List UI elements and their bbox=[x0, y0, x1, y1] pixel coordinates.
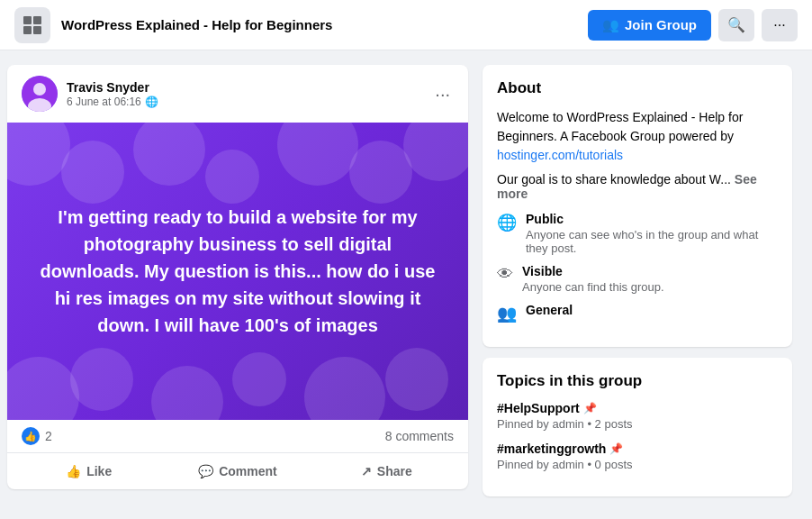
search-icon: 🔍 bbox=[727, 16, 745, 33]
post-author: Travis Snyder bbox=[67, 80, 422, 95]
topic-name[interactable]: #HelpSupport 📌 bbox=[497, 401, 778, 415]
share-icon: ↗ bbox=[361, 464, 372, 478]
like-action-icon: 👍 bbox=[66, 464, 81, 478]
ellipsis-icon: ··· bbox=[773, 17, 785, 33]
about-title: About bbox=[497, 79, 778, 97]
svg-point-5 bbox=[33, 83, 46, 96]
group-logo bbox=[14, 7, 50, 43]
public-desc: Anyone can see who's in the group and wh… bbox=[526, 228, 778, 255]
about-goal: Our goal is to share knowledge about W..… bbox=[497, 172, 778, 201]
like-icon: 👍 bbox=[22, 427, 40, 445]
general-title: General bbox=[526, 303, 573, 317]
pin-icon: 📌 bbox=[583, 402, 597, 414]
about-description: Welcome to WordPress Explained - Help fo… bbox=[497, 108, 778, 165]
svg-rect-1 bbox=[33, 16, 41, 24]
comment-button[interactable]: 💬 Comment bbox=[163, 457, 311, 486]
pin-icon: 📌 bbox=[609, 442, 623, 455]
reactions-row: 👍 2 8 comments bbox=[7, 420, 468, 453]
visible-desc: Anyone can find this group. bbox=[522, 280, 664, 294]
post-time: 6 June at 06:16 🌐 bbox=[67, 96, 422, 108]
comments-count[interactable]: 8 comments bbox=[385, 429, 454, 443]
svg-rect-2 bbox=[23, 26, 32, 34]
join-icon: 👥 bbox=[602, 17, 619, 33]
public-info: 🌐 Public Anyone can see who's in the gro… bbox=[497, 212, 778, 255]
page-layout: Travis Snyder 6 June at 06:16 🌐 ··· bbox=[0, 50, 812, 519]
group-icon: 👥 bbox=[497, 304, 517, 323]
post-more-button[interactable]: ··· bbox=[431, 80, 454, 108]
post-actions: 👍 Like 💬 Comment ↗ Share bbox=[7, 453, 468, 489]
topic-item: #HelpSupport 📌 Pinned by admin • 2 posts bbox=[497, 401, 778, 431]
post-image-text: I'm getting ready to build a website for… bbox=[7, 186, 468, 357]
like-button[interactable]: 👍 Like bbox=[14, 457, 163, 486]
header-actions: 👥 Join Group 🔍 ··· bbox=[588, 9, 798, 41]
page-title: WordPress Explained - Help for Beginners bbox=[61, 17, 577, 32]
post-header: Travis Snyder 6 June at 06:16 🌐 ··· bbox=[7, 65, 468, 123]
topic-item: #marketinggrowth 📌 Pinned by admin • 0 p… bbox=[497, 442, 778, 471]
post-image: I'm getting ready to build a website for… bbox=[7, 123, 468, 420]
public-title: Public bbox=[526, 212, 778, 226]
topic-meta: Pinned by admin • 0 posts bbox=[497, 458, 778, 471]
likes-count: 👍 2 bbox=[22, 427, 52, 445]
eye-icon: 👁 bbox=[497, 265, 513, 284]
header: WordPress Explained - Help for Beginners… bbox=[0, 0, 812, 50]
general-info: 👥 General bbox=[497, 303, 778, 323]
svg-rect-0 bbox=[23, 16, 32, 24]
avatar bbox=[22, 76, 58, 112]
post-meta: Travis Snyder 6 June at 06:16 🌐 bbox=[67, 80, 422, 108]
globe-info-icon: 🌐 bbox=[497, 213, 517, 232]
sidebar: About Welcome to WordPress Explained - H… bbox=[475, 50, 799, 519]
join-group-button[interactable]: 👥 Join Group bbox=[588, 10, 711, 41]
topic-name[interactable]: #marketinggrowth 📌 bbox=[497, 442, 778, 456]
topics-title: Topics in this group bbox=[497, 372, 778, 390]
main-feed: Travis Snyder 6 June at 06:16 🌐 ··· bbox=[0, 50, 475, 519]
visible-title: Visible bbox=[522, 264, 664, 278]
globe-icon: 🌐 bbox=[145, 96, 158, 108]
about-card: About Welcome to WordPress Explained - H… bbox=[483, 65, 792, 347]
search-button[interactable]: 🔍 bbox=[718, 9, 754, 41]
about-link[interactable]: hostinger.com/tutorials bbox=[497, 148, 623, 162]
topic-meta: Pinned by admin • 2 posts bbox=[497, 417, 778, 431]
more-button[interactable]: ··· bbox=[762, 9, 798, 41]
svg-rect-3 bbox=[33, 26, 41, 34]
post-card: Travis Snyder 6 June at 06:16 🌐 ··· bbox=[7, 65, 468, 489]
visible-info: 👁 Visible Anyone can find this group. bbox=[497, 264, 778, 294]
topics-card: Topics in this group #HelpSupport 📌 Pinn… bbox=[483, 358, 792, 496]
comment-icon: 💬 bbox=[198, 464, 213, 478]
share-button[interactable]: ↗ Share bbox=[312, 457, 461, 486]
